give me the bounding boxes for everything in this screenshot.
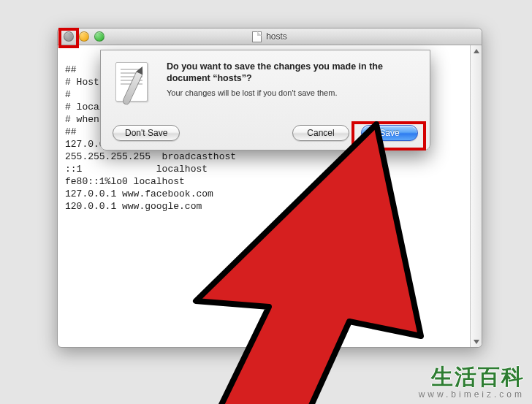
hosts-line: fe80::1%lo0 localhost [65, 176, 185, 187]
watermark-url: www.bimeiz.com [419, 389, 525, 400]
hosts-line: ## [65, 126, 77, 137]
window-title-wrap: hosts [252, 31, 287, 42]
hosts-line: # [65, 89, 71, 100]
hosts-line: 255.255.255.255 broadcasthost [65, 151, 236, 162]
watermark: 生活百科 www.bimeiz.com [419, 362, 525, 400]
save-dialog: Do you want to save the changes you made… [100, 50, 430, 150]
hosts-line: ## [65, 64, 77, 75]
dont-save-button[interactable]: Don't Save [113, 125, 180, 141]
watermark-cn: 生活百科 [419, 362, 525, 392]
traffic-lights [64, 31, 104, 42]
vertical-scrollbar[interactable] [470, 45, 482, 347]
scroll-down-icon[interactable] [472, 338, 480, 346]
dialog-subtext: Your changes will be lost if you don't s… [167, 88, 418, 97]
zoom-icon[interactable] [94, 31, 104, 42]
hosts-line: ::1 localhost [65, 164, 208, 175]
titlebar[interactable]: hosts [58, 28, 482, 45]
hosts-line: 127.0.0.1 www.facebook.com [65, 188, 213, 199]
save-button[interactable]: Save [361, 125, 418, 141]
document-icon [252, 31, 262, 42]
hosts-line: 120.0.0.1 www.google.com [65, 201, 202, 212]
scroll-up-icon[interactable] [472, 47, 480, 55]
textedit-app-icon [113, 61, 156, 104]
minimize-icon[interactable] [79, 31, 89, 42]
window-title: hosts [266, 31, 287, 42]
cancel-button[interactable]: Cancel [292, 125, 349, 141]
close-icon[interactable] [64, 31, 74, 42]
dialog-heading: Do you want to save the changes you made… [167, 61, 418, 84]
